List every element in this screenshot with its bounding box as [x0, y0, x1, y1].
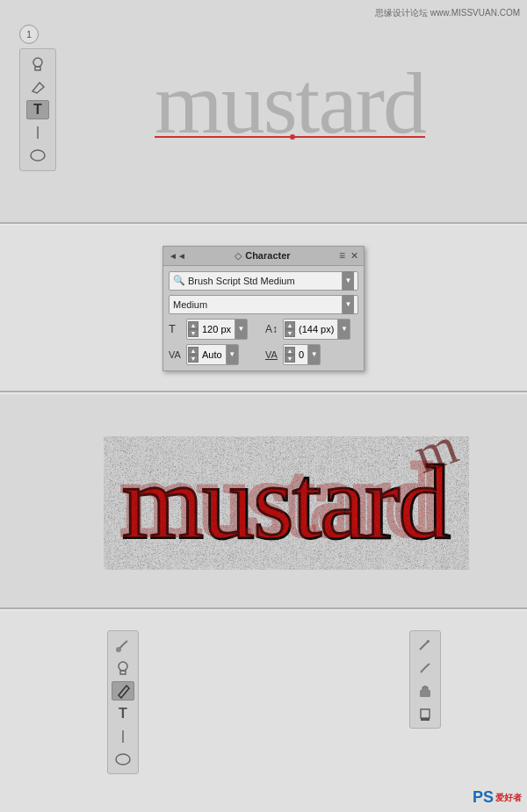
section-4-brushes: T ◄◄ Brushes ≡ ✕ [0, 611, 527, 812]
tool-r3[interactable] [414, 681, 437, 701]
svg-point-3 [31, 150, 45, 161]
tool-stamp[interactable] [26, 54, 49, 74]
tool-pen[interactable] [112, 681, 134, 701]
spin-down-2[interactable]: ▼ [285, 329, 295, 337]
kerning-spinner[interactable]: ▲ ▼ [285, 347, 295, 363]
font-style-dropdown[interactable]: Medium ▼ [169, 295, 358, 314]
toolbar-left-1: T [19, 48, 56, 171]
tool-line[interactable] [26, 123, 49, 142]
tool-line-2[interactable] [112, 727, 134, 746]
tracking-kerning-row: VA ▲ ▼ Auto ▼ VA ▲ ▼ [169, 344, 358, 365]
spin-up-4[interactable]: ▲ [285, 347, 295, 355]
tool-r2[interactable] [414, 658, 437, 678]
leading-value: (144 px) [295, 324, 337, 334]
tool-eraser[interactable] [26, 77, 49, 97]
font-size-icon: T [169, 322, 184, 335]
tracking-spinner[interactable]: ▲ ▼ [188, 347, 199, 363]
tool-r4[interactable] [414, 704, 437, 723]
font-name-dropdown[interactable]: 🔍 Brush Script Std Medium ▼ [169, 271, 358, 291]
tracking-value: Auto [199, 349, 226, 360]
font-style-row: Medium ▼ [169, 295, 358, 314]
tracking-group: VA ▲ ▼ Auto ▼ [169, 344, 262, 365]
mustard-text-textured: mustard [122, 442, 450, 564]
spin-down-4[interactable]: ▼ [285, 355, 295, 363]
kerning-icon: VA [265, 349, 281, 360]
tracking-icon: VA [169, 349, 184, 360]
panel-titlebar: ◄◄ ◇ Character ≡ ✕ [163, 247, 364, 266]
font-name-row: 🔍 Brush Script Std Medium ▼ [169, 271, 358, 291]
panel-close-icon[interactable]: ✕ [350, 250, 358, 262]
tool-text-2[interactable]: T [112, 704, 134, 723]
step-circle-1: 1 [19, 25, 39, 44]
spin-down[interactable]: ▼ [188, 329, 199, 337]
size-unit-arrow[interactable]: ▼ [235, 320, 247, 339]
watermark-top: 思缘设计论坛 www.MISSVUAN.COM [375, 7, 520, 19]
svg-rect-10 [421, 709, 430, 718]
tool-ellipse[interactable] [26, 146, 49, 165]
size-leading-row: T ▲ ▼ 120 px ▼ A↕ ▲ [169, 319, 358, 340]
svg-rect-6 [120, 671, 126, 674]
ps-text: PS [473, 788, 494, 807]
svg-point-8 [116, 754, 130, 765]
tool-text[interactable]: T [26, 100, 49, 119]
mustard-display-1: mustard [79, 53, 501, 154]
leading-icon: A↕ [265, 323, 281, 335]
kerning-group: VA ▲ ▼ 0 ▼ [265, 344, 358, 365]
panel-collapse-icon[interactable]: ◄◄ [169, 251, 186, 261]
leading-unit-arrow[interactable]: ▼ [337, 320, 350, 339]
style-dropdown-arrow[interactable]: ▼ [342, 295, 354, 314]
kerning-arrow[interactable]: ▼ [307, 345, 320, 364]
cursor-dot [290, 134, 295, 140]
leading-group: A↕ ▲ ▼ (144 px) ▼ [265, 319, 358, 340]
svg-point-0 [33, 58, 42, 67]
section-1: 1 T mustard [0, 0, 527, 224]
kerning-value: 0 [295, 349, 307, 360]
spin-up[interactable]: ▲ [188, 321, 199, 329]
spin-up-2[interactable]: ▲ [285, 321, 295, 329]
ps-logo: PS 爱好者 [473, 788, 522, 807]
font-size-value: 120 px [199, 324, 235, 334]
section-2-character: ◄◄ ◇ Character ≡ ✕ 🔍 Brush Script Std Me… [0, 226, 527, 392]
tool-brush-1[interactable] [112, 636, 134, 655]
ps-subtitle: 爱好者 [495, 792, 522, 804]
tool-r1[interactable] [414, 636, 437, 655]
character-panel: ◄◄ ◇ Character ≡ ✕ 🔍 Brush Script Std Me… [162, 246, 365, 371]
search-icon-small: 🔍 [173, 275, 185, 286]
tool-ellipse-2[interactable] [112, 750, 134, 769]
panel-left-controls: ◄◄ [169, 251, 186, 261]
spin-down-3[interactable]: ▼ [188, 355, 199, 363]
leading-spinner[interactable]: ▲ ▼ [285, 321, 295, 337]
tracking-arrow[interactable]: ▼ [226, 345, 238, 364]
font-dropdown-arrow[interactable]: ▼ [342, 271, 354, 291]
panel-menu-icon[interactable]: ≡ [339, 249, 345, 262]
font-size-group: T ▲ ▼ 120 px ▼ [169, 319, 262, 340]
font-style-value: Medium [173, 299, 342, 310]
font-size-spinner[interactable]: ▲ ▼ [188, 321, 199, 337]
panel-body: 🔍 Brush Script Std Medium ▼ Medium ▼ T [163, 266, 364, 370]
svg-point-4 [116, 647, 121, 652]
toolbar-left-2: T [107, 630, 139, 774]
toolbar-right-2 [409, 630, 441, 729]
svg-rect-1 [35, 67, 40, 70]
svg-point-5 [119, 662, 127, 671]
svg-rect-9 [420, 690, 430, 697]
spin-up-3[interactable]: ▲ [188, 347, 199, 355]
font-name-value: Brush Script Std Medium [188, 276, 342, 286]
tool-stamp-2[interactable] [112, 658, 134, 678]
section-3-textured: 2 mustard m [0, 394, 527, 609]
panel-title: Character [245, 250, 290, 261]
